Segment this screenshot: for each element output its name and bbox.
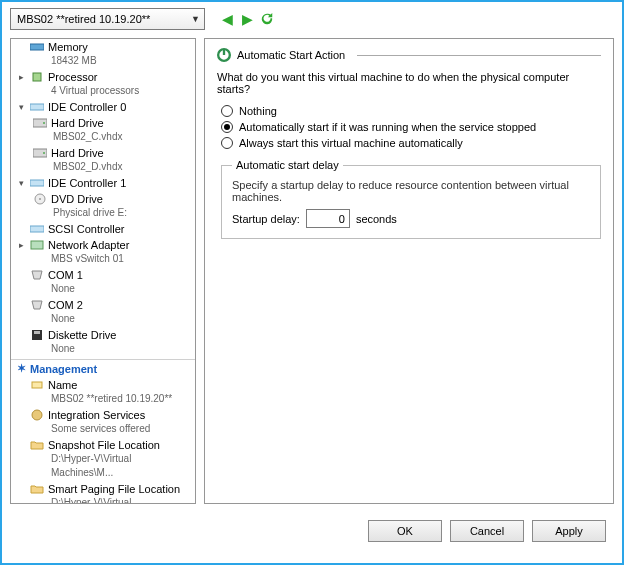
folder-icon: [30, 439, 44, 451]
tree-ide1-dvd[interactable]: DVD Drive Physical drive E:: [11, 191, 195, 221]
tree-section-management: ✶ Management: [11, 359, 195, 377]
scsi-icon: [30, 223, 44, 235]
tree-processor[interactable]: ▸Processor 4 Virtual processors: [11, 69, 195, 99]
nav-buttons: ◀ ▶: [219, 11, 275, 27]
content-area: Memory 18432 MB ▸Processor 4 Virtual pro…: [2, 34, 622, 512]
vm-selector[interactable]: MBS02 **retired 10.19.20** ▼: [10, 8, 205, 30]
svg-point-15: [32, 410, 42, 420]
tag-icon: [30, 379, 44, 391]
svg-rect-13: [34, 331, 40, 334]
tree-com2[interactable]: COM 2 None: [11, 297, 195, 327]
panel-header: Automatic Start Action: [217, 49, 601, 61]
tree-ide0-hd1[interactable]: Hard Drive MBS02_C.vhdx: [11, 115, 195, 145]
delay-unit: seconds: [356, 213, 397, 225]
refresh-icon[interactable]: [259, 11, 275, 27]
svg-rect-2: [30, 104, 44, 110]
svg-point-6: [43, 152, 45, 154]
svg-rect-14: [32, 382, 42, 388]
hdd-icon: [33, 117, 47, 129]
back-icon[interactable]: ◀: [219, 11, 235, 27]
memory-icon: [30, 41, 44, 53]
cancel-button[interactable]: Cancel: [450, 520, 524, 542]
tree-memory[interactable]: Memory 18432 MB: [11, 39, 195, 69]
startup-delay-input[interactable]: [306, 209, 350, 228]
tree-snapshot-location[interactable]: Snapshot File Location D:\Hyper-V\Virtua…: [11, 437, 195, 481]
vm-selector-value: MBS02 **retired 10.19.20**: [17, 13, 150, 25]
nic-icon: [30, 239, 44, 251]
collapse-icon[interactable]: ▾: [17, 100, 26, 114]
svg-rect-11: [31, 241, 43, 249]
tree-ide1[interactable]: ▾IDE Controller 1: [11, 175, 195, 191]
tree-scsi[interactable]: SCSI Controller: [11, 221, 195, 237]
floppy-icon: [30, 329, 44, 341]
com-port-icon: [30, 299, 44, 311]
delay-legend: Automatic start delay: [232, 159, 343, 171]
tree-network[interactable]: ▸Network Adapter MBS vSwitch 01: [11, 237, 195, 267]
delay-label: Startup delay:: [232, 213, 300, 225]
dvd-icon: [33, 193, 47, 205]
settings-tree[interactable]: Memory 18432 MB ▸Processor 4 Virtual pro…: [10, 38, 196, 504]
tree-smart-paging[interactable]: Smart Paging File Location D:\Hyper-V\Vi…: [11, 481, 195, 504]
svg-rect-7: [30, 180, 44, 186]
toolbar: MBS02 **retired 10.19.20** ▼ ◀ ▶: [2, 2, 622, 34]
svg-point-9: [39, 198, 41, 200]
cpu-icon: [30, 71, 44, 83]
power-icon: [217, 49, 231, 61]
apply-button[interactable]: Apply: [532, 520, 606, 542]
section-glyph-icon: ✶: [17, 362, 26, 375]
radio-icon: [221, 105, 233, 117]
forward-icon[interactable]: ▶: [239, 11, 255, 27]
tree-diskette[interactable]: Diskette Drive None: [11, 327, 195, 357]
expand-icon[interactable]: ▸: [17, 238, 26, 252]
svg-point-4: [43, 122, 45, 124]
tree-integration[interactable]: Integration Services Some services offer…: [11, 407, 195, 437]
svg-rect-10: [30, 226, 44, 232]
tree-ide0[interactable]: ▾IDE Controller 0: [11, 99, 195, 115]
tree-ide0-hd2[interactable]: Hard Drive MBS02_D.vhdx: [11, 145, 195, 175]
folder-icon: [30, 483, 44, 495]
radio-icon: [221, 137, 233, 149]
divider: [357, 55, 601, 56]
ok-button[interactable]: OK: [368, 520, 442, 542]
controller-icon: [30, 101, 44, 113]
collapse-icon[interactable]: ▾: [17, 176, 26, 190]
panel-title: Automatic Start Action: [237, 49, 345, 61]
dialog-buttons: OK Cancel Apply: [2, 512, 622, 552]
tree-com1[interactable]: COM 1 None: [11, 267, 195, 297]
hdd-icon: [33, 147, 47, 159]
tree-name[interactable]: Name MBS02 **retired 10.19.20**: [11, 377, 195, 407]
radio-icon: [221, 121, 233, 133]
delay-hint: Specify a startup delay to reduce resour…: [232, 179, 590, 203]
startup-delay-group: Automatic start delay Specify a startup …: [221, 159, 601, 239]
chevron-down-icon: ▼: [191, 14, 200, 24]
com-port-icon: [30, 269, 44, 281]
controller-icon: [30, 177, 44, 189]
radio-nothing[interactable]: Nothing: [217, 103, 601, 119]
svg-rect-0: [30, 44, 44, 50]
services-icon: [30, 409, 44, 421]
radio-auto-if-running[interactable]: Automatically start if it was running wh…: [217, 119, 601, 135]
svg-rect-1: [33, 73, 41, 81]
expand-icon[interactable]: ▸: [17, 70, 26, 84]
radio-always[interactable]: Always start this virtual machine automa…: [217, 135, 601, 151]
panel-prompt: What do you want this virtual machine to…: [217, 71, 601, 95]
detail-pane: Automatic Start Action What do you want …: [204, 38, 614, 504]
